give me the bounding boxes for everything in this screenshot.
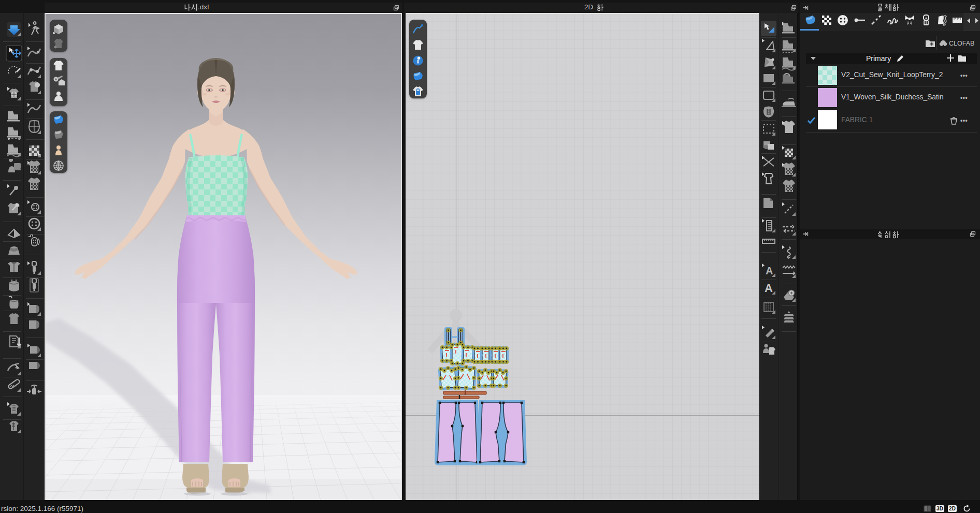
svg-text:A: A <box>765 282 773 295</box>
svg-text:A: A <box>766 265 773 276</box>
